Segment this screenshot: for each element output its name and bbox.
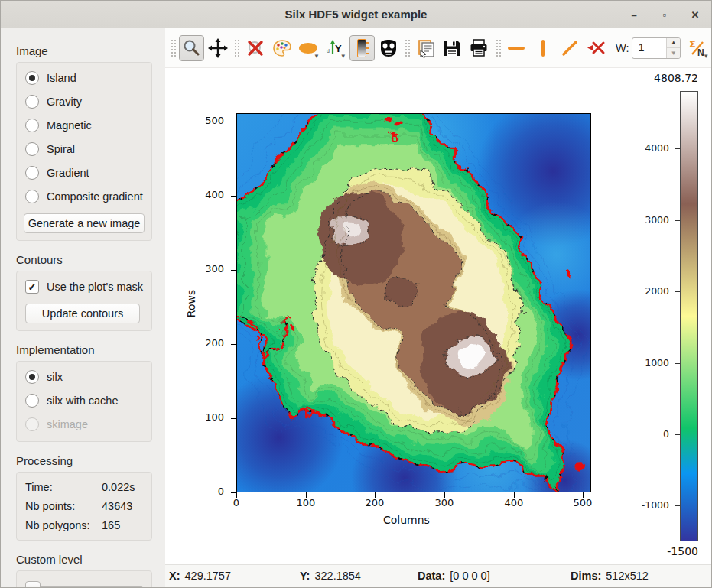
radio-silx[interactable]: silx (25, 370, 145, 384)
radio-composite-gradient-circle[interactable] (25, 190, 39, 203)
radio-magnetic-circle[interactable] (25, 119, 39, 132)
profile-width-value[interactable]: 1 (632, 38, 666, 58)
sidebar: Image Island Gravity Magnetic Spiral Gra… (1, 28, 165, 588)
minimize-button[interactable]: – (624, 5, 644, 24)
use-mask-label: Use the plot's mask (47, 281, 143, 293)
x-axis-title: Columns (383, 514, 430, 526)
plot-window: ▼ d Y ▼ (165, 28, 711, 588)
custom-level-groupbox (16, 570, 152, 588)
y-axis-orientation-button[interactable]: d Y ▼ (323, 35, 348, 61)
status-data: Data:[0 0 0 0] (418, 570, 490, 582)
profile-width-label: W: (616, 42, 629, 54)
palette-icon (272, 38, 292, 58)
y-tick-mark (231, 492, 236, 493)
status-x: X:429.1757 (169, 570, 231, 582)
colorbar-tick-label: 0 (626, 428, 669, 440)
pan-button[interactable] (206, 35, 231, 61)
radio-skimage-label: skimage (47, 418, 88, 430)
profile-clear-button[interactable] (584, 35, 609, 61)
radio-silx-label: silx (47, 371, 63, 383)
x-tick-label: 400 (499, 497, 529, 508)
update-contours-button[interactable]: Update contours (25, 304, 140, 323)
red-cross-icon (246, 39, 265, 57)
colorbar-button[interactable] (349, 35, 375, 61)
nb-polygons-value: 165 (102, 519, 120, 531)
colorbar-tick-label: 3000 (626, 214, 669, 226)
profile-mode-button[interactable]: Σ N ▼ (685, 35, 710, 61)
window-controls: – ▫ ✕ (624, 1, 705, 28)
zoom-mode-button[interactable] (179, 35, 204, 61)
diagonal-line-icon (561, 39, 579, 57)
radio-island-circle[interactable] (25, 71, 39, 85)
y-axis-title: Rows (185, 290, 197, 317)
radio-gradient[interactable]: Gradient (25, 166, 145, 180)
time-label: Time: (25, 481, 102, 493)
y-tick-label: 300 (190, 263, 224, 275)
x-tick-label: 0 (221, 497, 252, 508)
window-title: Silx HDF5 widget example (285, 8, 428, 21)
slider-handle[interactable] (25, 581, 41, 588)
title-bar: Silx HDF5 widget example – ▫ ✕ (1, 1, 711, 28)
status-dims: Dims:512x512 (571, 570, 649, 582)
profile-horizontal-button[interactable] (504, 35, 529, 61)
save-button[interactable] (440, 35, 465, 61)
status-x-value: 429.1757 (185, 570, 231, 582)
dropdown-arrow-icon: ▼ (314, 54, 320, 60)
profile-width-spinbox[interactable]: 1 ▲ ▼ (632, 37, 681, 59)
status-data-label: Data: (418, 570, 445, 582)
toolbar-grip[interactable] (404, 38, 410, 58)
radio-magnetic-label: Magnetic (47, 119, 92, 132)
save-icon (443, 39, 461, 57)
y-tick-mark (231, 344, 236, 345)
processing-section-label: Processing (16, 454, 158, 467)
status-bar: X:429.1757 Y:322.1854 Data:[0 0 0 0] Dim… (165, 564, 711, 588)
generate-image-button[interactable]: Generate a new image (24, 213, 145, 233)
reset-zoom-button[interactable] (242, 35, 268, 61)
status-y: Y:322.1854 (300, 570, 361, 582)
radio-skimage: skimage (25, 417, 145, 431)
radio-silx-circle[interactable] (25, 370, 39, 384)
print-button[interactable] (467, 35, 492, 61)
radio-silx-cache-circle[interactable] (25, 394, 39, 408)
mask-shape-ellipse-button[interactable]: ▼ (296, 35, 321, 61)
close-button[interactable]: ✕ (685, 5, 705, 24)
colormap-button[interactable] (269, 35, 294, 61)
spin-down-icon[interactable]: ▼ (667, 48, 680, 58)
toolbar-grip[interactable] (495, 38, 501, 58)
radio-spiral[interactable]: Spiral (25, 142, 145, 156)
radio-spiral-circle[interactable] (25, 142, 39, 156)
svg-text:Σ: Σ (689, 38, 696, 50)
custom-level-slider[interactable] (25, 581, 143, 588)
radio-magnetic[interactable]: Magnetic (25, 119, 145, 132)
x-tick-label: 200 (359, 497, 390, 508)
radio-composite-gradient[interactable]: Composite gradient (25, 190, 145, 203)
colorbar-gradient[interactable] (680, 91, 698, 541)
y-tick-mark (231, 196, 236, 197)
radio-gradient-circle[interactable] (25, 166, 39, 180)
implementation-section-label: Implementation (16, 343, 158, 356)
colorbar-icon (357, 39, 366, 57)
colorbar-min-label: -1500 (625, 545, 698, 557)
radio-gravity-circle[interactable] (25, 95, 39, 109)
plot-toolbar: ▼ d Y ▼ (165, 28, 711, 68)
use-mask-checkbox-row[interactable]: ✓ Use the plot's mask (25, 280, 145, 294)
island-contour-map (237, 114, 590, 492)
radio-island[interactable]: Island (25, 71, 145, 85)
maximize-button[interactable]: ▫ (655, 5, 675, 24)
radio-gradient-label: Gradient (47, 167, 89, 179)
copy-button[interactable] (413, 35, 438, 61)
toolbar-grip[interactable] (233, 38, 239, 58)
radio-gravity[interactable]: Gravity (25, 95, 145, 109)
use-mask-checkbox[interactable]: ✓ (25, 280, 39, 294)
profile-diagonal-button[interactable] (557, 35, 582, 61)
status-data-value: [0 0 0 0] (450, 570, 489, 582)
plot-canvas[interactable] (236, 113, 591, 492)
svg-text:d: d (327, 48, 330, 54)
mask-tool-button[interactable] (376, 35, 402, 61)
radio-silx-cache[interactable]: silx with cache (25, 394, 145, 408)
status-x-label: X: (169, 570, 180, 582)
radio-gravity-label: Gravity (47, 96, 82, 108)
profile-vertical-button[interactable] (530, 35, 555, 61)
spin-up-icon[interactable]: ▲ (667, 38, 680, 49)
toolbar-grip[interactable] (170, 38, 176, 58)
